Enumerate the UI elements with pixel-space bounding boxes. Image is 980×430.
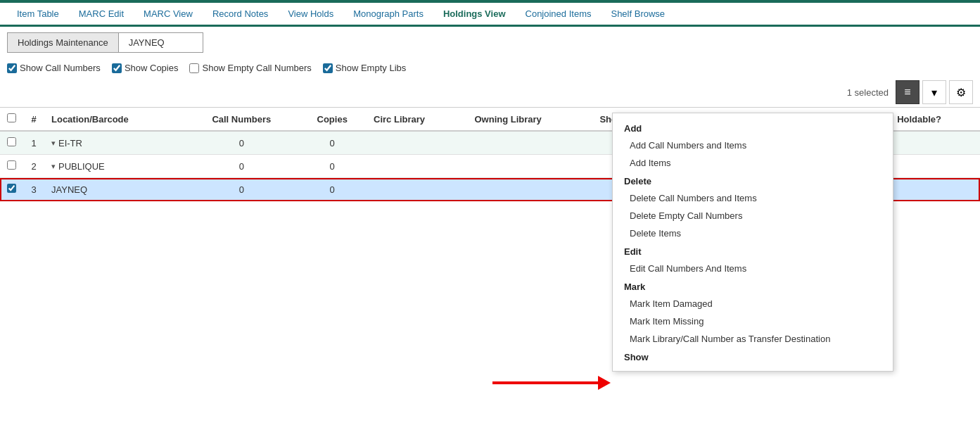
col-header-num: # xyxy=(23,108,44,132)
row-holdable xyxy=(890,178,980,201)
col-header-copies: Copies xyxy=(298,108,367,132)
dropdown-item[interactable]: Mark Item Missing xyxy=(613,312,893,330)
breadcrumb-path: JAYNEQ xyxy=(119,32,203,53)
arrow-annotation xyxy=(492,376,611,390)
row-call-numbers: 0 xyxy=(185,178,298,201)
row-owning-library xyxy=(468,178,593,201)
dropdown-item[interactable]: Add Call Numbers and Items xyxy=(613,137,893,154)
row-copies: 0 xyxy=(298,155,367,178)
dropdown-item[interactable]: Delete Empty Call Numbers xyxy=(613,207,893,225)
dropdown-item[interactable]: Add Items xyxy=(613,154,893,172)
row-circ-library xyxy=(367,131,467,155)
settings-button[interactable]: ⚙ xyxy=(949,80,973,104)
row-checkbox[interactable] xyxy=(7,160,16,170)
row-circ-library xyxy=(367,155,467,178)
tab-marc-edit[interactable]: MARC Edit xyxy=(69,3,134,27)
dropdown-section-header: Delete xyxy=(613,172,893,189)
col-header-holdable: Holdable? xyxy=(890,108,980,132)
row-copies: 0 xyxy=(298,131,367,155)
row-num: 1 xyxy=(23,131,44,155)
filter-show-call-numbers[interactable]: Show Call Numbers xyxy=(7,63,101,73)
library-name: EI-TR xyxy=(58,138,82,148)
dropdown-section-header: Show xyxy=(613,348,893,365)
actions-dropdown: AddAdd Call Numbers and ItemsAdd ItemsDe… xyxy=(612,113,893,372)
row-num: 3 xyxy=(23,178,44,201)
filter-show-copies-checkbox[interactable] xyxy=(112,63,122,73)
col-header-checkbox xyxy=(0,108,23,132)
filter-bar: Show Call Numbers Show Copies Show Empty… xyxy=(0,58,980,77)
row-location: ▾EI-TR xyxy=(44,131,185,155)
row-owning-library xyxy=(468,131,593,155)
dropdown-item[interactable]: Delete Items xyxy=(613,225,893,242)
row-circ-library xyxy=(367,178,467,201)
row-num: 2 xyxy=(23,155,44,178)
tab-conjoined-items[interactable]: Conjoined Items xyxy=(516,3,602,27)
row-call-numbers: 0 xyxy=(185,131,298,155)
filter-show-empty-call-numbers[interactable]: Show Empty Call Numbers xyxy=(189,63,311,73)
filter-show-call-numbers-checkbox[interactable] xyxy=(7,63,17,73)
dropdown-item[interactable]: Delete Call Numbers and Items xyxy=(613,189,893,207)
col-header-owning-library: Owning Library xyxy=(468,108,593,132)
row-holdable xyxy=(890,155,980,178)
dropdown-section-header: Edit xyxy=(613,242,893,260)
col-header-circ-library: Circ Library xyxy=(367,108,467,132)
filter-show-empty-call-numbers-checkbox[interactable] xyxy=(189,63,199,73)
dropdown-item[interactable]: Mark Library/Call Number as Transfer Des… xyxy=(613,330,893,348)
tab-view-holds[interactable]: View Holds xyxy=(278,3,343,27)
dropdown-section-header: Add xyxy=(613,119,893,137)
row-call-numbers: 0 xyxy=(185,155,298,178)
tab-monograph-parts[interactable]: Monograph Parts xyxy=(343,3,433,27)
row-owning-library xyxy=(468,155,593,178)
breadcrumb-bar: Holdings Maintenance JAYNEQ xyxy=(0,27,980,58)
expand-button[interactable]: ▾ xyxy=(922,80,946,104)
tab-marc-view[interactable]: MARC View xyxy=(134,3,203,27)
arrow-head xyxy=(598,376,611,390)
selected-count: 1 selected xyxy=(847,87,889,98)
col-header-call-numbers: Call Numbers xyxy=(185,108,298,132)
holdings-maintenance-button[interactable]: Holdings Maintenance xyxy=(7,32,119,53)
tab-holdings-view[interactable]: Holdings View xyxy=(433,3,516,27)
row-copies: 0 xyxy=(298,178,367,201)
expand-arrow-icon[interactable]: ▾ xyxy=(51,162,56,171)
dropdown-item[interactable]: Mark Item Damaged xyxy=(613,295,893,312)
table-toolbar: 1 selected ≡ ▾ ⚙ xyxy=(0,77,980,107)
library-name: PUBLIQUE xyxy=(58,161,105,172)
select-all-checkbox[interactable] xyxy=(7,113,16,122)
top-nav: Item Table MARC Edit MARC View Record No… xyxy=(0,3,980,27)
col-header-location-barcode: Location/Barcode xyxy=(44,108,185,132)
expand-arrow-icon[interactable]: ▾ xyxy=(51,139,56,148)
arrow-line xyxy=(492,381,598,384)
dropdown-section-header: Mark xyxy=(613,277,893,295)
tab-item-table[interactable]: Item Table xyxy=(7,3,69,27)
row-location: JAYNEQ xyxy=(44,178,185,201)
row-checkbox[interactable] xyxy=(7,184,16,193)
filter-show-copies[interactable]: Show Copies xyxy=(112,63,179,73)
row-location: ▾PUBLIQUE xyxy=(44,155,185,178)
row-checkbox[interactable] xyxy=(7,137,16,146)
library-name: JAYNEQ xyxy=(51,184,87,195)
dropdown-item[interactable]: Edit Call Numbers And Items xyxy=(613,260,893,277)
tab-record-notes[interactable]: Record Notes xyxy=(203,3,278,27)
tab-shelf-browse[interactable]: Shelf Browse xyxy=(601,3,675,27)
actions-menu-button[interactable]: ≡ xyxy=(896,80,919,104)
filter-show-empty-libs-checkbox[interactable] xyxy=(323,63,333,73)
filter-show-empty-libs[interactable]: Show Empty Libs xyxy=(323,63,406,73)
row-holdable xyxy=(890,131,980,155)
